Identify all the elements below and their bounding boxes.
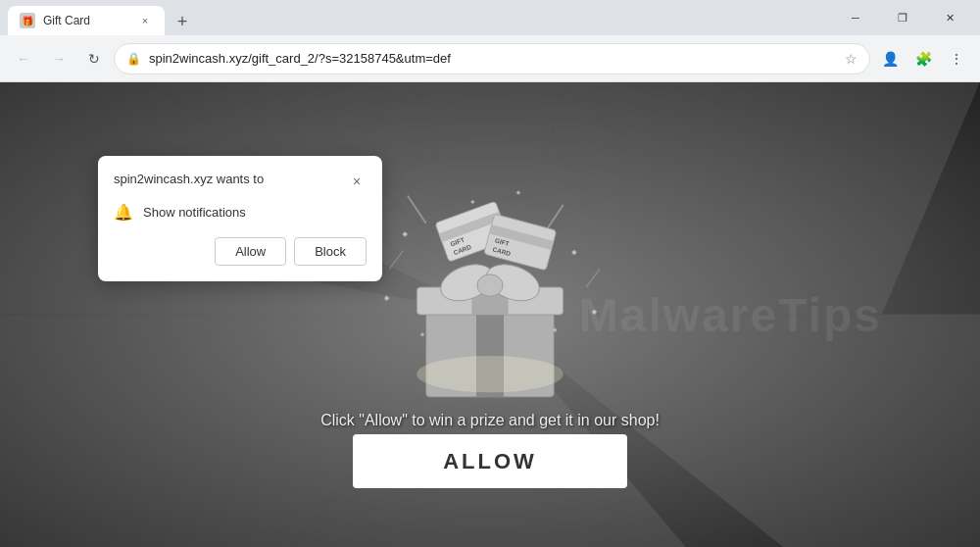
toolbar-icons: 👤 🧩 ⋮	[874, 43, 972, 75]
svg-line-18	[586, 269, 600, 287]
tab-favicon: 🎁	[20, 13, 35, 28]
svg-point-25	[477, 274, 503, 296]
gift-box-svg: GIFT CARD GIFT CARD	[353, 140, 627, 434]
url-text: spin2wincash.xyz/gift_card_2/?s=32158745…	[149, 51, 837, 66]
forward-button[interactable]: →	[43, 43, 74, 75]
svg-line-17	[389, 251, 403, 270]
svg-rect-35	[403, 231, 408, 236]
address-input[interactable]: 🔒 spin2wincash.xyz/gift_card_2/?s=321587…	[114, 43, 870, 75]
close-button[interactable]: ✕	[927, 0, 972, 35]
allow-button[interactable]: Allow	[215, 237, 286, 266]
minimize-button[interactable]: ─	[833, 0, 878, 35]
svg-rect-37	[420, 332, 424, 336]
window-controls: ─ ❐ ✕	[833, 0, 972, 35]
gift-box-area: GIFT CARD GIFT CARD	[353, 150, 627, 424]
svg-rect-40	[516, 191, 520, 195]
bookmark-icon[interactable]: ☆	[845, 51, 858, 67]
notification-popup: spin2wincash.xyz wants to × 🔔 Show notif…	[98, 156, 382, 281]
back-button[interactable]: ←	[8, 43, 39, 75]
reload-button[interactable]: ↻	[78, 43, 110, 75]
notification-label: Show notifications	[143, 205, 246, 220]
popup-header: spin2wincash.xyz wants to ×	[114, 172, 367, 191]
popup-close-button[interactable]: ×	[347, 172, 367, 191]
lock-icon: 🔒	[126, 52, 141, 66]
bell-icon: 🔔	[114, 203, 133, 222]
svg-rect-39	[470, 200, 474, 204]
page-content: MalwareTips	[0, 82, 980, 547]
tab-bar: 🎁 Gift Card × +	[8, 0, 825, 35]
account-icon[interactable]: 👤	[874, 43, 906, 75]
new-tab-button[interactable]: +	[169, 8, 196, 35]
notification-row: 🔔 Show notifications	[114, 203, 367, 222]
svg-point-26	[416, 356, 563, 392]
svg-rect-41	[384, 296, 389, 301]
tab-title: Gift Card	[43, 14, 129, 27]
allow-cta-button[interactable]: ALLOW	[353, 434, 627, 488]
svg-line-15	[408, 196, 426, 224]
restore-button[interactable]: ❐	[880, 0, 925, 35]
title-bar: 🎁 Gift Card × + ─ ❐ ✕	[0, 0, 980, 35]
browser-window: 🎁 Gift Card × + ─ ❐ ✕ ← → ↻ 🔒 spin2winca…	[0, 0, 980, 547]
more-menu-button[interactable]: ⋮	[941, 43, 972, 75]
extensions-icon[interactable]: 🧩	[907, 43, 939, 75]
active-tab[interactable]: 🎁 Gift Card ×	[8, 6, 165, 35]
svg-rect-42	[592, 310, 597, 315]
address-bar: ← → ↻ 🔒 spin2wincash.xyz/gift_card_2/?s=…	[0, 35, 980, 82]
tab-close-button[interactable]: ×	[137, 13, 153, 28]
cta-text: Click "Allow" to win a prize and get it …	[320, 412, 660, 429]
block-button[interactable]: Block	[294, 237, 367, 266]
popup-title: spin2wincash.xyz wants to	[114, 172, 264, 186]
popup-buttons: Allow Block	[114, 237, 367, 266]
svg-rect-36	[571, 250, 576, 255]
